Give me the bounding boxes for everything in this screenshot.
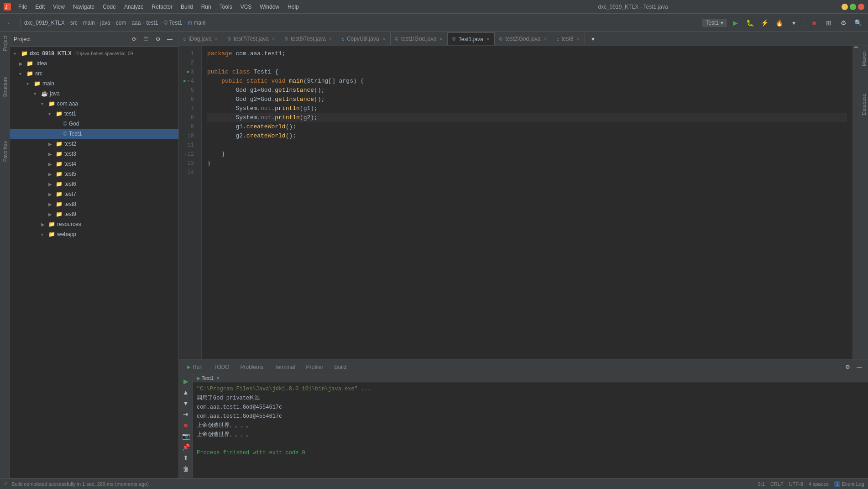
- trash-button[interactable]: 🗑: [181, 464, 191, 474]
- fold-gutter-12[interactable]: ▵: [184, 150, 186, 159]
- breadcrumb-method[interactable]: m main: [188, 20, 205, 26]
- stop-button[interactable]: ■: [808, 16, 821, 29]
- tree-item-test2[interactable]: ▶ 📁 test2: [10, 139, 178, 149]
- breadcrumb-java[interactable]: java: [100, 20, 110, 26]
- line-separator[interactable]: CRLF: [770, 481, 784, 487]
- problems-tab[interactable]: Problems: [235, 361, 268, 373]
- run-config-selector[interactable]: Test1 ▾: [702, 19, 727, 27]
- menu-build[interactable]: Build: [177, 3, 197, 11]
- tree-item-test7[interactable]: ▶ 📁 test7: [10, 189, 178, 199]
- minimize-button[interactable]: —: [842, 4, 848, 10]
- close-button[interactable]: ✕: [858, 4, 864, 10]
- tab-test8[interactable]: © test8\Test.java ✕: [280, 32, 337, 45]
- breadcrumb-src[interactable]: src: [70, 20, 78, 26]
- project-close-button[interactable]: —: [165, 34, 175, 44]
- menu-analyze[interactable]: Analyze: [120, 3, 147, 11]
- tree-item-comaaa[interactable]: ▾ 📁 com.aaa: [10, 99, 178, 109]
- import-button[interactable]: ⬆: [181, 453, 191, 463]
- tree-item-webapp[interactable]: ▾ 📁 webapp: [10, 229, 178, 239]
- tree-item-test1-class[interactable]: ▶ © Test1: [10, 129, 178, 139]
- tab-copyutil[interactable]: c CopyUtil.java ✕: [337, 32, 391, 45]
- code-editor[interactable]: 1 2 ▶3 ▶ ▾4 5 6 7 8 9 10 11: [179, 46, 852, 359]
- code-content[interactable]: package com.aaa.test1; public class Test…: [202, 46, 852, 359]
- menu-view[interactable]: View: [49, 3, 68, 11]
- wrap-lines-button[interactable]: ⇥: [181, 409, 191, 419]
- breadcrumb-project[interactable]: dxc_0919_KTLX: [24, 20, 65, 26]
- menu-file[interactable]: File: [15, 3, 31, 11]
- run-button[interactable]: ▶: [729, 16, 742, 29]
- tree-item-java[interactable]: ▾ ☕ java: [10, 89, 178, 99]
- build-tab[interactable]: Build: [330, 361, 351, 373]
- event-log[interactable]: 1 Event Log: [834, 481, 864, 487]
- tab-test1-close[interactable]: ✕: [486, 37, 490, 42]
- run-panel-tab[interactable]: ▶ Run: [183, 361, 207, 373]
- maximize-button[interactable]: □: [850, 4, 856, 10]
- back-button[interactable]: ←: [4, 16, 16, 29]
- tab-copyutil-close[interactable]: ✕: [382, 37, 386, 42]
- breadcrumb-com[interactable]: com: [116, 20, 126, 26]
- more-tabs-button[interactable]: ▾: [587, 32, 600, 45]
- indent-info[interactable]: 4 spaces: [809, 481, 829, 487]
- settings-button[interactable]: ⚙: [837, 16, 850, 29]
- menu-edit[interactable]: Edit: [31, 3, 48, 11]
- tree-item-test4[interactable]: ▶ 📁 test4: [10, 159, 178, 169]
- tree-item-test9[interactable]: ▶ 📁 test9: [10, 209, 178, 219]
- favorites-sidebar-tab[interactable]: Favorites: [1, 139, 9, 163]
- breadcrumb-class[interactable]: © Test1: [163, 20, 182, 26]
- tab-god[interactable]: © test1\God.java ✕: [391, 32, 448, 45]
- run-gutter-arrow-4[interactable]: ▶: [183, 77, 186, 86]
- debug-button[interactable]: 🐛: [743, 16, 756, 29]
- tree-item-src[interactable]: ▾ 📁 src: [10, 68, 178, 79]
- project-sync-button[interactable]: ⟳: [129, 34, 139, 44]
- maven-tab[interactable]: Maven: [861, 51, 867, 66]
- rerun-button[interactable]: ▶: [181, 376, 191, 386]
- more-run-button[interactable]: ▾: [787, 16, 800, 29]
- tab-dog-close[interactable]: ✕: [214, 37, 218, 42]
- tree-item-god[interactable]: ▶ © God: [10, 119, 178, 129]
- breadcrumb-main[interactable]: main: [83, 20, 95, 26]
- tab-test7-close[interactable]: ✕: [272, 37, 275, 42]
- run-gutter-arrow-3[interactable]: ▶: [187, 68, 190, 77]
- tab-test8b-close[interactable]: ✕: [576, 37, 580, 42]
- menu-help[interactable]: Help: [284, 3, 303, 11]
- tab-test7[interactable]: © test7\Test.java ✕: [223, 32, 280, 45]
- tree-item-main[interactable]: ▾ 📁 main: [10, 79, 178, 89]
- menu-tools[interactable]: Tools: [216, 3, 236, 11]
- tab-dog[interactable]: c \Dog.java ✕: [179, 32, 223, 45]
- tree-item-test1[interactable]: ▾ 📁 test1: [10, 109, 178, 119]
- bottom-close-button[interactable]: —: [854, 362, 864, 372]
- terminal-tab[interactable]: Terminal: [270, 361, 299, 373]
- menu-run[interactable]: Run: [198, 3, 215, 11]
- menu-window[interactable]: Window: [256, 3, 283, 11]
- structure-sidebar-tab[interactable]: Structure: [1, 75, 9, 99]
- menu-vcs[interactable]: VCS: [237, 3, 256, 11]
- editor-scrollbar[interactable]: [852, 46, 859, 359]
- menu-code[interactable]: Code: [99, 3, 120, 11]
- project-collapse-button[interactable]: ☰: [141, 34, 151, 44]
- tree-item-idea[interactable]: ▶ 📁 .idea: [10, 58, 178, 68]
- pin-tab-button[interactable]: 📌: [181, 442, 191, 452]
- tab-god-close[interactable]: ✕: [439, 37, 443, 42]
- menu-navigate[interactable]: Navigate: [69, 3, 98, 11]
- tab-test2god-close[interactable]: ✕: [544, 37, 547, 42]
- tree-item-project[interactable]: ▾ 📁 dxc_0919_KTLX D:\java-baties-space\d…: [10, 48, 178, 58]
- tree-item-test3[interactable]: ▶ 📁 test3: [10, 149, 178, 159]
- encoding[interactable]: UTF-8: [789, 481, 803, 487]
- scroll-up-button[interactable]: ▲: [181, 387, 191, 397]
- breadcrumb-test1[interactable]: test1: [146, 20, 158, 26]
- project-sidebar-tab[interactable]: Project: [1, 34, 9, 53]
- layout-button[interactable]: ⊞: [822, 16, 835, 29]
- run-instance-tab[interactable]: ▶ Test1 ✕: [197, 375, 220, 381]
- profile-button[interactable]: 🔥: [773, 16, 785, 29]
- bottom-settings-button[interactable]: ⚙: [842, 362, 852, 372]
- profiler-tab[interactable]: Profiler: [302, 361, 328, 373]
- tab-test8-close[interactable]: ✕: [329, 37, 332, 42]
- run-tab-close-btn[interactable]: ✕: [216, 375, 220, 381]
- coverage-button[interactable]: ⚡: [758, 16, 771, 29]
- tree-item-test6[interactable]: ▶ 📁 test6: [10, 179, 178, 189]
- tab-test8b[interactable]: c test8 ✕: [552, 32, 585, 45]
- menu-refactor[interactable]: Refactor: [148, 3, 176, 11]
- database-tab[interactable]: Database: [861, 94, 867, 115]
- tab-test1-active[interactable]: © Test1.java ✕: [448, 32, 494, 45]
- scroll-down-button[interactable]: ▼: [181, 398, 191, 408]
